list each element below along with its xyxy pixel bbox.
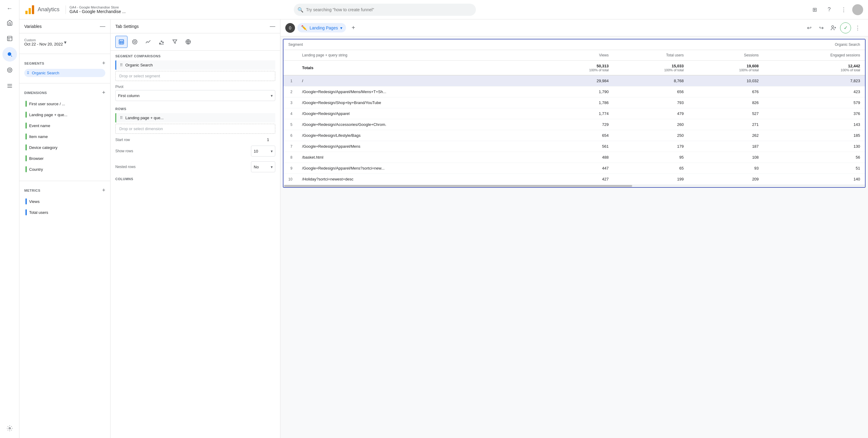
viz-donut-button[interactable] <box>129 36 141 48</box>
help-button[interactable]: ? <box>823 4 835 16</box>
drop-dimension-zone[interactable]: Drop or select dimension <box>115 124 275 134</box>
row-engaged-sessions: 423 <box>764 87 865 97</box>
search-bar[interactable]: 🔍 <box>294 4 476 16</box>
tab-settings-close-button[interactable]: — <box>270 23 275 29</box>
home-nav-icon[interactable] <box>2 15 17 30</box>
row-sessions: 187 <box>689 141 764 152</box>
dimension-first-user-source[interactable]: First user source / ... <box>24 98 105 109</box>
viz-line-button[interactable] <box>142 36 154 48</box>
tab-edit-icon: ✏️ <box>301 25 307 31</box>
engaged-sessions-column-header[interactable]: Engaged sessions <box>764 50 865 61</box>
row-engaged-sessions: 579 <box>764 97 865 108</box>
table-row[interactable]: 6 /Google+Redesign/Lifestyle/Bags 654 25… <box>283 130 865 141</box>
row-views: 29,984 <box>538 75 613 87</box>
variables-close-button[interactable]: — <box>100 23 105 29</box>
configure-nav-icon[interactable] <box>2 78 17 93</box>
more-report-options-button[interactable]: ⋮ <box>852 23 863 33</box>
property-info[interactable]: GA4 - Google Merchandise Store GA4 - Goo… <box>66 5 126 14</box>
table-row[interactable]: 3 /Google+Redesign/Shop+by+Brand/YouTube… <box>283 97 865 108</box>
more-options-button[interactable]: ⋮ <box>838 4 850 16</box>
table-row[interactable]: 4 /Google+Redesign/Apparel 1,774 479 527… <box>283 108 865 119</box>
active-tab[interactable]: ✏️ Landing Pages ▾ <box>298 23 346 32</box>
reports-nav-icon[interactable] <box>2 31 17 46</box>
date-range-selector[interactable]: Custom Oct 22 - Nov 20, 2022 ▾ <box>24 37 105 47</box>
dimension-browser[interactable]: Browser <box>24 153 105 164</box>
back-button[interactable]: ← <box>4 2 15 14</box>
page-path[interactable]: /basket.html <box>297 152 538 163</box>
dimension-device-category[interactable]: Device category <box>24 142 105 153</box>
metric-total-users[interactable]: Total users <box>24 207 105 218</box>
date-custom-label: Custom <box>24 38 63 42</box>
settings-nav-icon[interactable] <box>2 421 17 436</box>
pivot-select[interactable]: First column Second column Third column <box>115 90 275 101</box>
table-row[interactable]: 5 /Google+Redesign/Accessories/Google+Ch… <box>283 119 865 130</box>
segment-comparison-organic-search[interactable]: ⠿ Organic Search <box>115 60 275 70</box>
views-column-header[interactable]: Views <box>538 50 613 61</box>
svg-point-20 <box>159 43 160 44</box>
page-path[interactable]: /Google+Redesign/Accessories/Google+Chro… <box>297 119 538 130</box>
nested-rows-select[interactable]: No Yes <box>251 161 275 172</box>
row-sessions: 93 <box>689 163 764 174</box>
metric-indicator <box>26 198 27 204</box>
scrollbar-thumb[interactable] <box>284 185 632 187</box>
data-table: Segment Organic Search Landing page + qu… <box>283 39 865 185</box>
share-button[interactable]: ✓ <box>840 23 851 33</box>
viz-table-button[interactable] <box>115 36 127 48</box>
viz-geo-button[interactable] <box>182 36 194 48</box>
sessions-column-header[interactable]: Sessions <box>689 50 764 61</box>
page-path[interactable]: /Google+Redesign/Apparel <box>297 108 538 119</box>
dimension-event-name[interactable]: Event name <box>24 120 105 131</box>
svg-rect-10 <box>26 11 28 14</box>
advertising-nav-icon[interactable] <box>2 63 17 77</box>
table-row[interactable]: 8 /basket.html 488 95 108 56 <box>283 152 865 163</box>
rows-landing-page[interactable]: ⠿ Landing page + que... <box>115 113 275 123</box>
metric-text: Views <box>29 199 39 204</box>
viz-scatter-button[interactable] <box>155 36 167 48</box>
add-tab-button[interactable]: + <box>348 23 358 33</box>
page-path[interactable]: /Google+Redesign/Apparel/Mens <box>297 141 538 152</box>
add-collaborator-button[interactable] <box>828 23 839 33</box>
total-users-column-header[interactable]: Total users <box>614 50 689 61</box>
page-path[interactable]: /Google+Redesign/Apparel/Mens/Mens+T+Sh.… <box>297 87 538 97</box>
dimension-landing-page[interactable]: Landing page + que... <box>24 109 105 120</box>
page-path[interactable]: /Google+Redesign/Shop+by+Brand/YouTube <box>297 97 538 108</box>
table-row[interactable]: 2 /Google+Redesign/Apparel/Mens/Mens+T+S… <box>283 87 865 97</box>
table-row[interactable]: 10 /Holiday?sortci=newest+desc 427 199 2… <box>283 174 865 185</box>
row-total-users: 656 <box>614 87 689 97</box>
row-number: 7 <box>283 141 297 152</box>
dimension-text: Browser <box>29 156 44 161</box>
table-row[interactable]: 1 / 29,984 8,768 10,032 7,823 <box>283 75 865 87</box>
tab-dropdown-icon[interactable]: ▾ <box>340 26 342 30</box>
row-views: 729 <box>538 119 613 130</box>
page-path[interactable]: /Holiday?sortci=newest+desc <box>297 174 538 185</box>
grid-view-button[interactable]: ⊞ <box>808 4 820 16</box>
table-row[interactable]: 9 /Google+Redesign/Apparel/Mens?sortci=n… <box>283 163 865 174</box>
search-icon: 🔍 <box>298 7 304 12</box>
add-dimension-button[interactable]: + <box>102 90 105 96</box>
viz-funnel-button[interactable] <box>169 36 181 48</box>
horizontal-scrollbar[interactable] <box>283 185 865 187</box>
row-sessions: 108 <box>689 152 764 163</box>
segments-label: SEGMENTS <box>24 62 44 65</box>
add-metric-button[interactable]: + <box>102 187 105 194</box>
table-row[interactable]: 7 /Google+Redesign/Apparel/Mens 561 179 … <box>283 141 865 152</box>
start-row-value[interactable]: 1 <box>261 137 275 142</box>
page-path[interactable]: / <box>297 75 538 87</box>
svg-point-21 <box>161 41 162 42</box>
undo-button[interactable]: ↩ <box>804 23 814 33</box>
page-path[interactable]: /Google+Redesign/Lifestyle/Bags <box>297 130 538 141</box>
svg-point-5 <box>8 69 11 71</box>
metric-views[interactable]: Views <box>24 196 105 207</box>
show-rows-select[interactable]: 5 10 25 50 <box>251 145 275 157</box>
redo-button[interactable]: ↪ <box>816 23 827 33</box>
segment-organic-search[interactable]: ⠿ Organic Search <box>24 69 105 77</box>
search-input[interactable] <box>294 4 476 16</box>
page-path[interactable]: /Google+Redesign/Apparel/Mens?sortci=new… <box>297 163 538 174</box>
dimension-indicator <box>26 166 27 172</box>
drop-segment-zone[interactable]: Drop or select segment <box>115 71 275 81</box>
dimension-item-name[interactable]: Item name <box>24 131 105 142</box>
dimension-country[interactable]: Country <box>24 164 105 175</box>
user-avatar[interactable] <box>852 4 863 15</box>
add-segment-button[interactable]: + <box>102 60 105 66</box>
explore-nav-icon[interactable] <box>2 47 17 62</box>
